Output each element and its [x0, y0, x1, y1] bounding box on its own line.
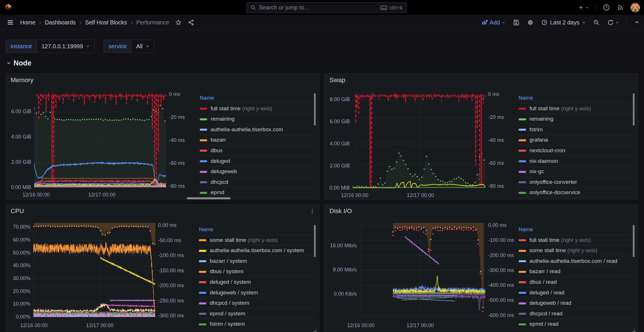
legend-horizontal-scrollbar[interactable] [187, 197, 230, 199]
breadcrumb-folder[interactable]: Self Host Blocks [85, 19, 127, 26]
legend-item[interactable]: dhcpcd / system [199, 298, 316, 308]
legend-header-name[interactable]: Name [519, 93, 635, 103]
legend-item[interactable]: epmd [200, 187, 316, 198]
chevron-down-icon [86, 44, 90, 48]
time-range-picker[interactable]: Last 2 days [541, 19, 586, 26]
legend-item[interactable]: full stall time (right y-axis) [200, 103, 316, 114]
help-button[interactable]: ? [603, 4, 610, 11]
settings-gear-icon[interactable] [527, 19, 534, 26]
star-icon[interactable] [175, 19, 182, 26]
legend-swatch [199, 250, 206, 252]
legend-item[interactable]: deluged / system [199, 277, 316, 287]
legend-item[interactable]: epmd / system [199, 308, 316, 319]
variable-value-instance[interactable]: 127.0.0.1:19999 [37, 40, 95, 53]
y-axis-tick-right: -40 ms [169, 137, 185, 143]
legend-header-name[interactable]: Name [519, 224, 635, 235]
panel-resize-handle[interactable] [632, 329, 635, 332]
breadcrumb-dashboards[interactable]: Dashboards [45, 19, 76, 26]
refresh-button[interactable] [607, 19, 619, 26]
panel-resize-handle[interactable] [313, 329, 316, 332]
help-icon: ? [603, 4, 610, 11]
legend-swatch [199, 323, 206, 325]
legend-item[interactable]: deluged / read [519, 287, 635, 298]
legend-item[interactable]: dbus [200, 145, 316, 156]
svg-text:?: ? [606, 5, 608, 9]
legend-item[interactable]: dbus / system [199, 266, 316, 277]
legend-scrollbar[interactable] [633, 93, 635, 126]
variable-value-service[interactable]: All [131, 40, 154, 53]
save-icon[interactable] [513, 19, 519, 26]
y-axis-tick-right: -80 ms [169, 183, 185, 189]
legend-item[interactable]: authelia-authelia.tiserbox.com / system [199, 245, 316, 256]
legend-item[interactable]: onlyoffice-converter [519, 177, 635, 188]
legend-item[interactable]: nextcloud-cron [519, 145, 635, 156]
panel-title[interactable]: Swap [329, 76, 345, 84]
legend-scrollbar[interactable] [633, 225, 635, 257]
search-input[interactable]: Search or jump to... ctrl+k [246, 2, 407, 13]
legend-item[interactable]: remaining [519, 114, 635, 124]
legend-item[interactable]: dhcpcd / read [519, 308, 635, 319]
panel-menu-icon[interactable] [309, 209, 315, 214]
legend-item-partial[interactable]: postgresql [519, 198, 635, 200]
legend-item[interactable]: bazarr / system [199, 256, 316, 267]
collapse-up-icon[interactable] [634, 20, 639, 25]
new-button[interactable] [578, 5, 589, 10]
legend-item[interactable]: some stall time (right y-axis) [519, 245, 635, 256]
grafana-logo-icon[interactable] [4, 3, 12, 11]
y-axis-tick-right: -400.00 ms [488, 282, 514, 288]
panel-title[interactable]: CPU [11, 207, 24, 215]
refresh-icon [607, 19, 614, 26]
x-axis-tick: 12/17 00:00 [397, 323, 443, 329]
legend-item[interactable]: full stall time (right y-axis) [519, 103, 635, 114]
zoom-out-icon[interactable] [593, 19, 600, 26]
x-axis-tick: 12/17 00:00 [397, 192, 443, 198]
panel-title[interactable]: Disk I/O [329, 207, 352, 215]
breadcrumb: Home › Dashboards › Self Host Blocks › P… [20, 19, 169, 26]
legend-item[interactable]: remaining [200, 114, 316, 124]
legend-item[interactable]: grafana [519, 135, 635, 145]
row-node-toggle[interactable]: Node [6, 59, 32, 67]
news-button[interactable] [617, 4, 624, 11]
legend-item[interactable]: onlyoffice-docservice [519, 187, 635, 198]
user-avatar[interactable] [631, 3, 640, 12]
legend-swatch [519, 181, 526, 183]
legend-item-partial[interactable]: fstrim / read [519, 329, 635, 332]
dashboard-toolbar: Home › Dashboards › Self Host Blocks › P… [0, 15, 644, 30]
panel-title[interactable]: Memory [11, 76, 33, 84]
legend-item[interactable]: some stall time (right y-axis) [199, 235, 316, 246]
add-button[interactable]: Add [482, 19, 505, 26]
legend-item[interactable]: bazarr / read [519, 266, 635, 277]
y-axis-tick-left: 0.00 Kib/s [325, 291, 357, 297]
legend-item[interactable]: delugeweb / system [199, 287, 316, 298]
plus-icon [578, 5, 584, 10]
legend-scrollbar[interactable] [314, 225, 316, 257]
legend-item[interactable]: nix-gc [519, 166, 635, 177]
legend-item[interactable]: nix-daemon [519, 156, 635, 167]
legend-item[interactable]: authelia-authelia.tiserbox.com [200, 124, 316, 135]
share-icon[interactable] [188, 19, 194, 26]
breadcrumb-home[interactable]: Home [20, 19, 35, 26]
legend-header-name[interactable]: Name [199, 224, 316, 235]
legend-item[interactable]: fstrim / system [199, 319, 316, 329]
legend-item[interactable]: authelia-authelia.tiserbox.com / read [519, 256, 635, 267]
legend-item[interactable]: full stall time (right y-axis) [519, 235, 635, 246]
legend-swatch [519, 271, 526, 273]
legend-scrollbar[interactable] [314, 93, 316, 126]
legend-header-name[interactable]: Name [200, 93, 316, 103]
y-axis-tick-left: 40.00% [6, 262, 30, 269]
legend-item[interactable]: bazarr [200, 135, 316, 145]
legend-item[interactable]: deluged [200, 156, 316, 167]
legend-item[interactable]: dbus / read [519, 277, 635, 287]
legend-swatch [199, 239, 206, 241]
legend-item[interactable]: delugeweb / read [519, 298, 635, 308]
legend-item[interactable]: delugeweb [200, 166, 316, 177]
menu-icon[interactable] [7, 19, 14, 26]
legend-swatch [200, 118, 207, 120]
legend-item[interactable]: epmd / read [519, 319, 635, 329]
legend-swatch [200, 129, 207, 131]
legend-item[interactable]: fstrim [519, 124, 635, 135]
legend-swatch [199, 281, 206, 283]
legend-item[interactable]: dhcpcd [200, 177, 316, 188]
legend-swatch [519, 139, 526, 141]
legend-item-partial[interactable]: grafana / system [199, 329, 316, 332]
